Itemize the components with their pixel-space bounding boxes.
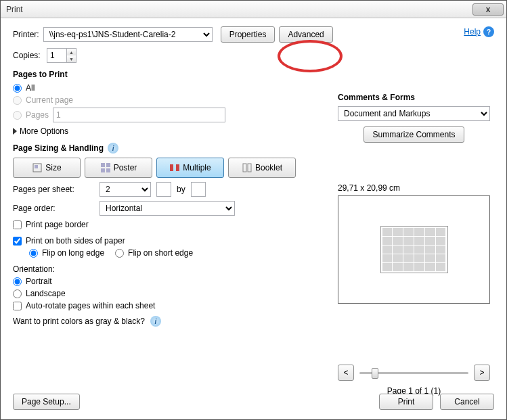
slider-track <box>359 372 468 374</box>
window-title: Print <box>6 5 472 14</box>
svg-rect-5 <box>106 168 110 172</box>
svg-rect-9 <box>248 164 251 172</box>
properties-button[interactable]: Properties <box>221 26 275 43</box>
duplex-label: Print on both sides of paper <box>26 236 125 246</box>
pages-per-sheet-select[interactable]: 2 <box>100 182 151 197</box>
comments-forms-select[interactable]: Document and Markups <box>338 106 490 121</box>
duplex-edge-row: Flip on long edge Flip on short edge <box>29 248 331 258</box>
landscape-label: Landscape <box>26 289 66 298</box>
svg-rect-4 <box>101 168 105 172</box>
print-dialog: Print x Help ? Printer: \\jns-eq-ps1\JNS… <box>0 0 507 420</box>
spinner-up-icon[interactable]: ▲ <box>67 49 76 55</box>
page-order-label: Page order: <box>13 204 94 213</box>
page-order-select[interactable]: Horizontal <box>100 201 235 216</box>
pages-all-row: All <box>13 83 331 93</box>
multiple-icon <box>169 162 180 173</box>
landscape-row: Landscape <box>13 289 331 298</box>
comments-forms-title: Comments & Forms <box>338 93 490 102</box>
printer-select[interactable]: \\jns-eq-ps1\JNS-Student-Carelia-2 <box>43 27 213 42</box>
spinner-arrows: ▲ ▼ <box>66 49 76 62</box>
titlebar: Print x <box>1 1 506 18</box>
printer-label: Printer: <box>13 30 39 39</box>
auto-rotate-checkbox[interactable] <box>13 302 22 310</box>
svg-rect-8 <box>243 164 246 172</box>
booklet-icon <box>242 162 252 173</box>
pages-current-radio <box>13 96 22 105</box>
summarize-comments-button[interactable]: Summarize Comments <box>363 126 464 143</box>
sizing-title-row: Page Sizing & Handling i <box>13 143 331 154</box>
portrait-radio[interactable] <box>13 277 22 286</box>
duplex-checkbox[interactable] <box>13 237 22 246</box>
chevron-left-icon: < <box>343 368 348 377</box>
info-icon[interactable]: i <box>108 143 118 154</box>
slider-thumb[interactable] <box>372 368 378 379</box>
preview-next-button[interactable]: > <box>474 365 490 381</box>
preview-nav: < > <box>338 365 490 381</box>
auto-rotate-label: Auto-rotate pages within each sheet <box>26 301 155 310</box>
pages-current-row: Current page <box>13 95 331 105</box>
preview-prev-button[interactable]: < <box>338 365 354 381</box>
cancel-button[interactable]: Cancel <box>440 394 494 410</box>
pages-range-input <box>53 108 225 122</box>
svg-rect-7 <box>176 164 179 171</box>
landscape-radio[interactable] <box>13 289 22 298</box>
poster-tab[interactable]: Poster <box>85 158 152 178</box>
duplex-row: Print on both sides of paper <box>13 236 331 246</box>
copies-input[interactable] <box>47 49 66 62</box>
print-border-checkbox[interactable] <box>13 220 22 229</box>
pages-range-radio <box>13 111 22 120</box>
printer-row: Printer: \\jns-eq-ps1\JNS-Student-Careli… <box>13 26 494 43</box>
advanced-button[interactable]: Advanced <box>279 26 332 43</box>
print-border-row: Print page border <box>13 220 331 229</box>
pps-by-label: by <box>177 185 185 194</box>
pages-current-label: Current page <box>26 95 73 105</box>
preview-thumbnail <box>380 226 448 273</box>
size-icon <box>32 162 43 173</box>
help-link-group: Help ? <box>464 26 494 37</box>
svg-rect-2 <box>101 163 105 167</box>
close-button[interactable]: x <box>472 3 504 16</box>
page-order-row: Page order: Horizontal <box>13 201 331 216</box>
more-options-label: More Options <box>20 126 68 136</box>
pages-per-sheet-row: Pages per sheet: 2 by <box>13 182 331 197</box>
svg-rect-3 <box>106 163 110 167</box>
grayscale-info-icon[interactable]: i <box>150 316 161 327</box>
sizing-tabs: Size Poster Multiple <box>13 158 331 178</box>
size-tab[interactable]: Size <box>13 158 81 178</box>
pages-range-row: Pages <box>13 108 331 122</box>
dialog-footer: Page Setup... Print Cancel <box>13 394 494 410</box>
spinner-down-icon[interactable]: ▼ <box>67 55 76 62</box>
print-button[interactable]: Print <box>379 394 433 410</box>
svg-rect-1 <box>35 165 38 168</box>
short-edge-label: Flip on short edge <box>128 248 193 258</box>
preview-zoom-slider[interactable] <box>359 372 468 374</box>
long-edge-radio[interactable] <box>29 249 38 258</box>
booklet-tab[interactable]: Booklet <box>228 158 296 178</box>
right-column: Comments & Forms Document and Markups Su… <box>338 86 490 396</box>
left-column: Pages to Print All Current page Pages Mo… <box>13 70 331 327</box>
grayscale-label: Want to print colors as gray & black? <box>13 317 145 326</box>
disclosure-triangle-icon <box>13 128 17 135</box>
pages-all-label: All <box>26 83 35 93</box>
orientation-title: Orientation: <box>13 264 331 274</box>
auto-rotate-row: Auto-rotate pages within each sheet <box>13 301 331 310</box>
copies-row: Copies: ▲ ▼ <box>13 48 494 63</box>
print-border-label: Print page border <box>26 220 89 229</box>
more-options-toggle[interactable]: More Options <box>13 126 331 136</box>
close-icon: x <box>486 5 491 14</box>
poster-icon <box>100 162 111 173</box>
page-setup-button[interactable]: Page Setup... <box>13 394 80 410</box>
print-preview <box>338 195 490 304</box>
pps-custom-h <box>191 182 206 197</box>
grayscale-row: Want to print colors as gray & black? i <box>13 316 331 327</box>
sizing-title: Page Sizing & Handling <box>13 143 104 153</box>
preview-dimensions: 29,71 x 20,99 cm <box>338 183 490 193</box>
help-icon[interactable]: ? <box>483 26 494 37</box>
help-link[interactable]: Help <box>464 27 481 37</box>
short-edge-radio[interactable] <box>115 249 124 258</box>
copies-spinner[interactable]: ▲ ▼ <box>47 48 76 63</box>
pages-all-radio[interactable] <box>13 84 22 93</box>
pps-custom-w <box>156 182 171 197</box>
long-edge-label: Flip on long edge <box>42 248 104 258</box>
multiple-tab[interactable]: Multiple <box>156 158 224 178</box>
